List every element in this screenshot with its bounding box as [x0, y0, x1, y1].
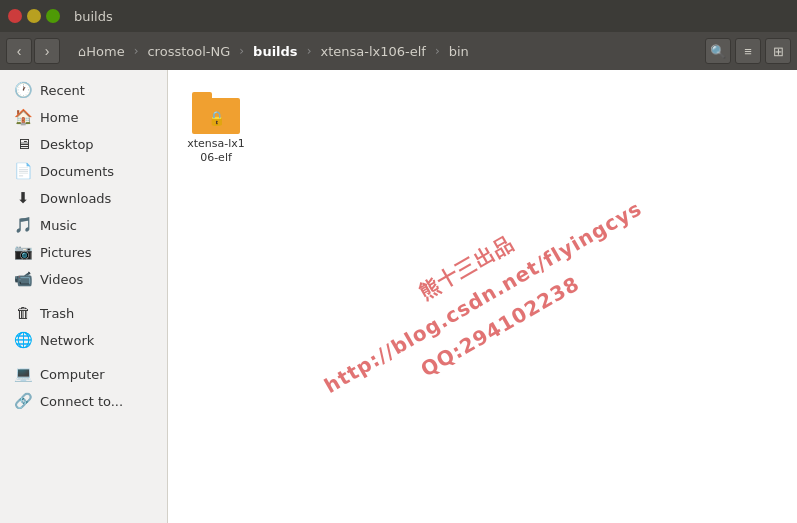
folder-body: 🔒	[192, 98, 240, 134]
sidebar-label-pictures: Pictures	[40, 245, 91, 260]
folder-icon-xtensa: 🔒	[192, 86, 240, 134]
window-controls	[8, 9, 60, 23]
sidebar-label-recent: Recent	[40, 83, 85, 98]
forward-button[interactable]: ›	[34, 38, 60, 64]
toolbar-actions: 🔍 ≡ ⊞	[705, 38, 791, 64]
watermark-line3: QQ:294102238	[416, 271, 583, 381]
sidebar-label-computer: Computer	[40, 367, 105, 382]
sidebar-label-documents: Documents	[40, 164, 114, 179]
watermark-text: 熊十三出品 http://blog.csdn.net/flyingcys QQ:…	[300, 162, 665, 432]
sidebar-sep-1	[0, 293, 167, 299]
sidebar-label-downloads: Downloads	[40, 191, 111, 206]
sidebar-item-videos[interactable]: 📹 Videos	[4, 266, 163, 292]
lock-icon: 🔒	[208, 110, 225, 126]
grid-view-button[interactable]: ⊞	[765, 38, 791, 64]
music-icon: 🎵	[14, 216, 32, 234]
videos-icon: 📹	[14, 270, 32, 288]
sidebar-label-music: Music	[40, 218, 77, 233]
trash-icon: 🗑	[14, 304, 32, 322]
breadcrumb: ⌂Home › crosstool-NG › builds › xtensa-l…	[70, 41, 701, 62]
main-area: 🕐 Recent 🏠 Home 🖥 Desktop 📄 Documents ⬇ …	[0, 70, 797, 523]
sidebar-item-connect[interactable]: 🔗 Connect to...	[4, 388, 163, 414]
breadcrumb-sep-1: ›	[134, 44, 139, 58]
breadcrumb-sep-2: ›	[239, 44, 244, 58]
file-area: 🔒 xtensa-lx106-elf 熊十三出品 http://blog.csd…	[168, 70, 797, 523]
breadcrumb-bin[interactable]: bin	[441, 41, 477, 62]
sidebar-item-network[interactable]: 🌐 Network	[4, 327, 163, 353]
desktop-icon: 🖥	[14, 135, 32, 153]
sidebar-label-home: Home	[40, 110, 78, 125]
sidebar-label-network: Network	[40, 333, 94, 348]
close-button[interactable]	[8, 9, 22, 23]
sidebar-item-recent[interactable]: 🕐 Recent	[4, 77, 163, 103]
sidebar-label-desktop: Desktop	[40, 137, 94, 152]
breadcrumb-sep-4: ›	[435, 44, 440, 58]
sidebar-item-computer[interactable]: 💻 Computer	[4, 361, 163, 387]
file-label-xtensa: xtensa-lx106-elf	[184, 137, 248, 166]
computer-icon: 💻	[14, 365, 32, 383]
network-icon: 🌐	[14, 331, 32, 349]
minimize-button[interactable]	[27, 9, 41, 23]
sidebar-item-trash[interactable]: 🗑 Trash	[4, 300, 163, 326]
toolbar: ‹ › ⌂Home › crosstool-NG › builds › xten…	[0, 32, 797, 70]
breadcrumb-sep-3: ›	[307, 44, 312, 58]
file-grid: 🔒 xtensa-lx106-elf	[180, 82, 785, 170]
watermark-line2: http://blog.csdn.net/flyingcys	[320, 195, 646, 397]
titlebar: builds	[0, 0, 797, 32]
breadcrumb-builds[interactable]: builds	[245, 41, 306, 62]
breadcrumb-xtensa[interactable]: xtensa-lx106-elf	[312, 41, 433, 62]
nav-buttons: ‹ ›	[6, 38, 60, 64]
home-icon: 🏠	[14, 108, 32, 126]
sidebar-item-desktop[interactable]: 🖥 Desktop	[4, 131, 163, 157]
search-button[interactable]: 🔍	[705, 38, 731, 64]
window-title: builds	[74, 9, 113, 24]
watermark-line1: 熊十三出品	[414, 230, 517, 303]
maximize-button[interactable]	[46, 9, 60, 23]
sidebar-item-downloads[interactable]: ⬇ Downloads	[4, 185, 163, 211]
back-button[interactable]: ‹	[6, 38, 32, 64]
sidebar-item-music[interactable]: 🎵 Music	[4, 212, 163, 238]
sidebar-item-pictures[interactable]: 📷 Pictures	[4, 239, 163, 265]
sidebar-label-trash: Trash	[40, 306, 74, 321]
pictures-icon: 📷	[14, 243, 32, 261]
sidebar-label-videos: Videos	[40, 272, 83, 287]
list-view-button[interactable]: ≡	[735, 38, 761, 64]
breadcrumb-home[interactable]: ⌂Home	[70, 41, 133, 62]
breadcrumb-crosstool[interactable]: crosstool-NG	[139, 41, 238, 62]
sidebar: 🕐 Recent 🏠 Home 🖥 Desktop 📄 Documents ⬇ …	[0, 70, 168, 523]
sidebar-label-connect: Connect to...	[40, 394, 123, 409]
sidebar-item-documents[interactable]: 📄 Documents	[4, 158, 163, 184]
file-item-xtensa[interactable]: 🔒 xtensa-lx106-elf	[180, 82, 252, 170]
sidebar-item-home[interactable]: 🏠 Home	[4, 104, 163, 130]
sidebar-sep-2	[0, 354, 167, 360]
documents-icon: 📄	[14, 162, 32, 180]
connect-icon: 🔗	[14, 392, 32, 410]
recent-icon: 🕐	[14, 81, 32, 99]
downloads-icon: ⬇	[14, 189, 32, 207]
